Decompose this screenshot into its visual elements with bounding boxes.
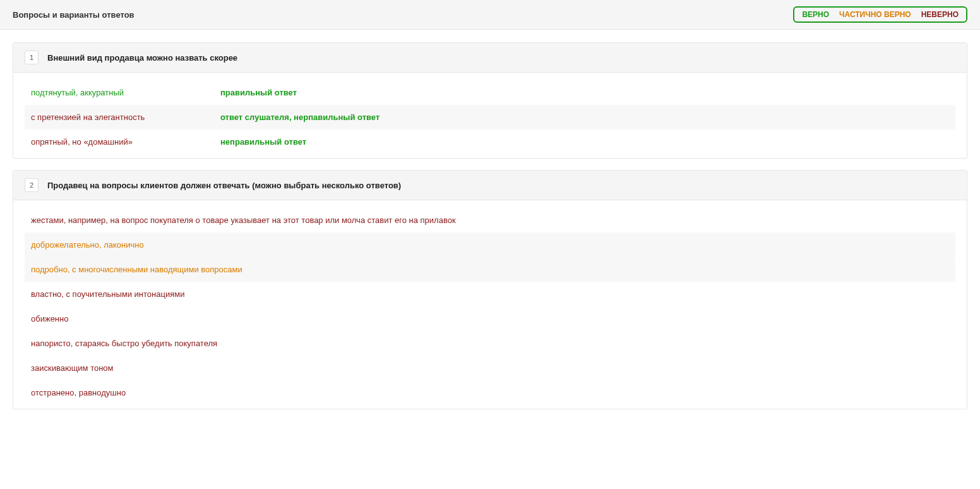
answer-text: жестами, например, на вопрос покупателя … [31, 215, 949, 225]
legend-partial: ЧАСТИЧНО ВЕРНО [839, 10, 911, 19]
answers-list: жестами, например, на вопрос покупателя … [13, 200, 967, 409]
answer-text: подтянутый, аккуратный [31, 88, 220, 97]
answer-text: заискивающим тоном [31, 363, 949, 373]
answer-text: обиженно [31, 314, 949, 323]
answer-row: заискивающим тоном [25, 356, 955, 380]
question-number: 1 [25, 51, 39, 64]
question-head: 2 Продавец на вопросы клиентов должен от… [13, 171, 967, 200]
answer-text: властно, с поучительными интонациями [31, 289, 949, 299]
question-text: Продавец на вопросы клиентов должен отве… [47, 181, 401, 190]
answer-row: обиженно [25, 306, 955, 331]
answer-note: правильный ответ [220, 88, 297, 97]
answer-row: напористо, стараясь быстро убедить покуп… [25, 331, 955, 356]
answer-text: отстранено, равнодушно [31, 388, 949, 397]
answer-text: опрятный, но «домашний» [31, 137, 220, 147]
answer-text: доброжелательно, лаконично [31, 240, 949, 250]
answer-row: отстранено, равнодушно [25, 380, 955, 405]
legend-box: ВЕРНО ЧАСТИЧНО ВЕРНО НЕВЕРНО [793, 6, 967, 23]
question-block: 1 Внешний вид продавца можно назвать ско… [13, 42, 967, 159]
answer-text: с претензией на элегантность [31, 112, 220, 122]
question-head: 1 Внешний вид продавца можно назвать ско… [13, 43, 967, 73]
page-header: Вопросы и варианты ответов ВЕРНО ЧАСТИЧН… [0, 0, 980, 30]
answer-text: напористо, стараясь быстро убедить покуп… [31, 339, 949, 348]
answer-row: с претензией на элегантность ответ слуша… [25, 105, 955, 130]
answer-row: властно, с поучительными интонациями [25, 282, 955, 306]
question-number: 2 [25, 178, 39, 192]
question-text: Внешний вид продавца можно назвать скоре… [47, 53, 237, 63]
answer-note: неправильный ответ [220, 137, 306, 147]
answer-row: жестами, например, на вопрос покупателя … [25, 208, 955, 232]
answer-note: ответ слушателя, нерпавильный ответ [220, 112, 379, 122]
answer-row: подробно, с многочисленными наводящими в… [25, 257, 955, 282]
answer-row: доброжелательно, лаконично [25, 232, 955, 257]
answer-text: подробно, с многочисленными наводящими в… [31, 265, 949, 274]
answers-list: подтянутый, аккуратный правильный ответ … [13, 73, 967, 158]
content-area: 1 Внешний вид продавца можно назвать ско… [0, 30, 980, 433]
legend-correct: ВЕРНО [802, 10, 829, 19]
question-block: 2 Продавец на вопросы клиентов должен от… [13, 170, 967, 409]
answer-row: опрятный, но «домашний» неправильный отв… [25, 130, 955, 154]
legend-wrong: НЕВЕРНО [921, 10, 959, 19]
answer-row: подтянутый, аккуратный правильный ответ [25, 80, 955, 105]
page-title: Вопросы и варианты ответов [13, 10, 134, 20]
